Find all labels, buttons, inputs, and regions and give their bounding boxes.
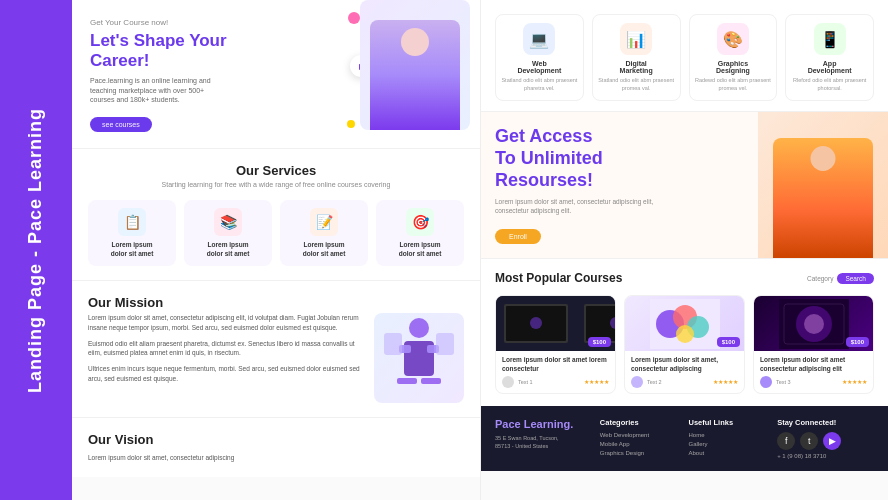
mission-section: Our Mission Lorem ipsum dolor sit amet, … <box>72 280 480 417</box>
resources-title-line1: Get Access <box>495 126 592 146</box>
filter-search-button[interactable]: Search <box>837 273 874 284</box>
services-section: Our Services Starting learning for free … <box>72 148 480 280</box>
category-card-2: 🎨 GraphicsDesigning Radewd odio elit abm… <box>689 14 778 101</box>
resources-title-line2: To Unlimited <box>495 148 603 168</box>
footer-links-col: Useful Links Home Gallery About <box>689 418 770 459</box>
service-icon-3: 🎯 <box>406 208 434 236</box>
youtube-icon[interactable]: ▶ <box>823 432 841 450</box>
category-card-1: 📊 DigitalMarketing Statland odio elit ab… <box>592 14 681 101</box>
course-author-1: Text 2 <box>647 379 662 385</box>
footer-link-about[interactable]: About <box>689 450 770 456</box>
course-author-2: Text 3 <box>776 379 791 385</box>
course-thumb-0: $100 <box>496 296 615 351</box>
category-icon-0: 💻 <box>523 23 555 55</box>
footer-address: 35 E Swan Road, Tucson, 85713 - United S… <box>495 434 592 451</box>
course-avatar-1 <box>631 376 643 388</box>
hero-title-line1: Let's Shape Your <box>90 31 227 50</box>
course-card-1: $100 Lorem ipsum dolor sit amet, consect… <box>624 295 745 394</box>
course-card-2: $100 Lorem ipsum dolor sit amet consecte… <box>753 295 874 394</box>
service-label-0: Lorem ipsumdolor sit amet <box>111 241 154 258</box>
services-title: Our Services <box>88 163 464 178</box>
course-meta-1: Text 2 ★★★★★ <box>631 376 738 388</box>
filter-label: Category <box>807 275 833 282</box>
courses-filter: Category Search <box>807 273 874 284</box>
course-meta-2: Text 3 ★★★★★ <box>760 376 867 388</box>
footer-brand-text: Pace Learning. <box>495 418 573 430</box>
decorative-dot-pink <box>348 12 360 24</box>
courses-title: Most Popular Courses <box>495 271 622 285</box>
footer-link-webdev[interactable]: Web Development <box>600 432 681 438</box>
service-label-1: Lorem ipsumdolor sit amet <box>207 241 250 258</box>
svg-point-0 <box>409 318 429 338</box>
footer-link-gallery[interactable]: Gallery <box>689 441 770 447</box>
course-price-0: $100 <box>588 337 611 347</box>
svg-point-15 <box>804 314 824 334</box>
twitter-icon[interactable]: t <box>800 432 818 450</box>
facebook-icon[interactable]: f <box>777 432 795 450</box>
mission-title: Our Mission <box>88 295 464 310</box>
footer-links-title: Useful Links <box>689 418 770 427</box>
sidebar-label: Landing Page - Pace Learning <box>26 107 47 392</box>
main-content: Get Your Course now! Let's Shape Your Ca… <box>72 0 888 500</box>
course-price-2: $100 <box>846 337 869 347</box>
vision-section: Our Vision Lorem ipsum dolor sit amet, c… <box>72 417 480 477</box>
hero-image <box>360 0 470 130</box>
footer-brand-name: Pace Learning. <box>495 418 592 430</box>
categories-section: 💻 WebDevelopment Statland odio elit abm … <box>481 0 888 111</box>
resources-title: Get Access To Unlimited Resourses! <box>495 126 655 191</box>
course-rating-0: ★★★★★ <box>584 379 609 385</box>
sidebar: Landing Page - Pace Learning <box>0 0 72 500</box>
hero-cta-button[interactable]: see courses <box>90 117 152 132</box>
right-panel: 💻 WebDevelopment Statland odio elit abm … <box>480 0 888 500</box>
svg-rect-7 <box>436 333 454 355</box>
service-icon-0: 📋 <box>118 208 146 236</box>
category-name-0: WebDevelopment <box>500 60 579 74</box>
courses-section: Most Popular Courses Category Search $10… <box>481 258 888 406</box>
resources-section: Get Access To Unlimited Resourses! Lorem… <box>481 111 888 258</box>
service-card-3: 🎯 Lorem ipsumdolor sit amet <box>376 200 464 266</box>
category-desc-3: Rleford odio elit abm praesent photorsal… <box>790 77 869 92</box>
footer-grid: Pace Learning. 35 E Swan Road, Tucson, 8… <box>495 418 874 459</box>
category-card-3: 📱 AppDevelopment Rleford odio elit abm p… <box>785 14 874 101</box>
mission-illustration <box>374 313 464 403</box>
hero-title-line2: Career! <box>90 51 150 70</box>
footer-link-mobileapp[interactable]: Mobile App <box>600 441 681 447</box>
category-name-1: DigitalMarketing <box>597 60 676 74</box>
hero-description: Pace.learning is an online learning and … <box>90 76 230 105</box>
category-desc-2: Radewd odio elit abm praesent promea vel… <box>694 77 773 92</box>
course-thumb-1: $100 <box>625 296 744 351</box>
mission-text: Lorem ipsum dolor sit amet, consectetur … <box>88 313 364 403</box>
footer-link-home[interactable]: Home <box>689 432 770 438</box>
category-desc-0: Statland odio elit abm praesent pharetra… <box>500 77 579 92</box>
svg-rect-6 <box>384 333 402 355</box>
course-name-1: Lorem ipsum dolor sit amet, consectetur … <box>631 356 738 373</box>
hero-section: Get Your Course now! Let's Shape Your Ca… <box>72 0 480 148</box>
category-icon-1: 📊 <box>620 23 652 55</box>
mission-para-2: Ultrices enim incurs isque neque ferment… <box>88 364 364 384</box>
courses-grid: $100 Lorem ipsum dolor sit amet lorem co… <box>495 295 874 394</box>
mission-para-1: Euismod odio elit aliam praesent pharetr… <box>88 339 364 359</box>
service-icon-2: 📝 <box>310 208 338 236</box>
category-name-3: AppDevelopment <box>790 60 869 74</box>
svg-point-12 <box>676 325 694 343</box>
course-price-1: $100 <box>717 337 740 347</box>
category-icon-2: 🎨 <box>717 23 749 55</box>
service-card-0: 📋 Lorem ipsumdolor sit amet <box>88 200 176 266</box>
resources-person-illustration <box>773 138 873 258</box>
service-icon-1: 📚 <box>214 208 242 236</box>
service-card-2: 📝 Lorem ipsumdolor sit amet <box>280 200 368 266</box>
resources-image <box>758 112 888 258</box>
phone-number: + 1 (9 08) 18 3710 <box>777 453 874 459</box>
course-info-0: Lorem ipsum dolor sit amet lorem consect… <box>496 351 615 393</box>
vision-title: Our Vision <box>88 432 464 447</box>
decorative-dot-yellow <box>347 120 355 128</box>
course-rating-1: ★★★★★ <box>713 379 738 385</box>
footer-categories-col: Categories Web Development Mobile App Gr… <box>600 418 681 459</box>
course-avatar-2 <box>760 376 772 388</box>
social-row: f t ▶ <box>777 432 874 450</box>
resources-cta-button[interactable]: Enroll <box>495 229 541 244</box>
footer-link-graphics[interactable]: Graphics Design <box>600 450 681 456</box>
course-card-0: $100 Lorem ipsum dolor sit amet lorem co… <box>495 295 616 394</box>
services-grid: 📋 Lorem ipsumdolor sit amet 📚 Lorem ipsu… <box>88 200 464 266</box>
category-card-0: 💻 WebDevelopment Statland odio elit abm … <box>495 14 584 101</box>
